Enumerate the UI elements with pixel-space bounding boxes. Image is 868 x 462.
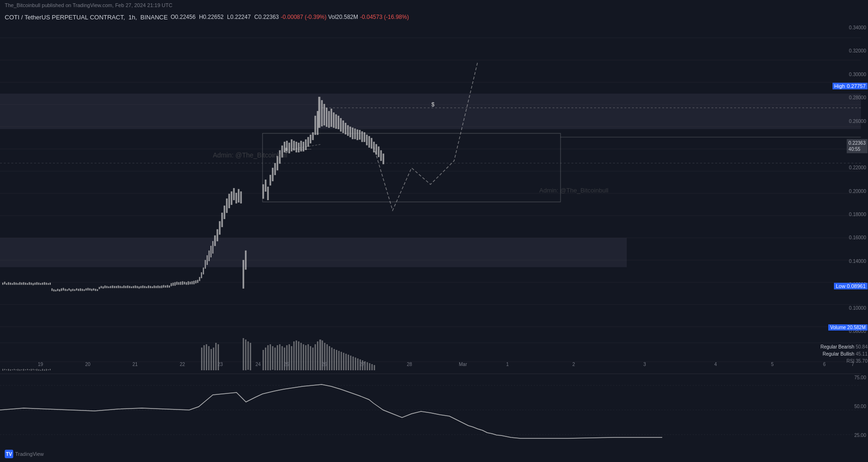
low-val: L0.22247	[226, 14, 251, 20]
time-label-mar: Mar	[459, 362, 467, 367]
rsi-bull-label: Regular Bullish	[823, 351, 854, 357]
svg-rect-60	[70, 289, 71, 291]
svg-rect-67	[84, 289, 85, 291]
price-tick: 0.10000	[832, 306, 866, 311]
svg-rect-153	[270, 175, 271, 185]
svg-rect-233	[50, 369, 51, 370]
svg-rect-170	[310, 135, 311, 143]
svg-rect-138	[219, 221, 220, 235]
svg-rect-86	[120, 286, 121, 288]
svg-rect-178	[328, 111, 330, 128]
svg-rect-92	[131, 287, 132, 288]
svg-rect-150	[263, 184, 264, 199]
time-label-1: 1	[506, 362, 509, 367]
svg-rect-38	[29, 282, 30, 285]
symbol-label: COTI / TetherUS PERPETUAL CONTRACT, 1h, …	[5, 14, 168, 21]
svg-rect-114	[173, 283, 174, 286]
price-tick: 0.26000	[832, 119, 866, 124]
chart-container: The_Bitcoinbull published on TradingView…	[0, 0, 868, 462]
svg-rect-61	[72, 289, 73, 291]
svg-rect-113	[171, 283, 172, 286]
rsi-tick-25: 25.00	[832, 433, 866, 438]
svg-rect-35	[23, 282, 24, 285]
rsi-bull-row: Regular Bullish 45.11	[820, 350, 868, 357]
rsi-chart	[0, 376, 861, 445]
svg-rect-42	[36, 282, 37, 285]
svg-rect-174	[318, 97, 320, 128]
svg-rect-176	[324, 104, 325, 125]
svg-text:-----------: -----------	[292, 146, 312, 151]
svg-rect-201	[383, 154, 384, 164]
svg-rect-124	[192, 281, 193, 284]
rsi-tick-75: 75.00	[832, 375, 866, 380]
svg-rect-16	[0, 238, 627, 267]
rsi-bear-label: Regular Bearish	[820, 344, 854, 349]
svg-rect-161	[289, 143, 290, 153]
svg-rect-123	[190, 282, 191, 284]
rsi-labels-panel: Regular Bearish 50.84 Regular Bullish 45…	[820, 343, 868, 365]
svg-rect-200	[380, 150, 382, 161]
high-value: 0.27757	[847, 83, 866, 89]
time-label-24: 24	[255, 362, 261, 367]
vol-change-val: -0.04573 (-16.98%)	[360, 14, 409, 20]
svg-rect-108	[161, 286, 162, 288]
svg-rect-84	[116, 286, 117, 288]
svg-rect-177	[326, 108, 327, 127]
tv-logo-icon: TV	[5, 450, 13, 458]
svg-rect-54	[59, 289, 60, 291]
svg-rect-51	[53, 289, 54, 291]
svg-rect-210	[6, 369, 7, 370]
svg-rect-115	[175, 282, 175, 286]
svg-rect-196	[371, 138, 372, 148]
svg-rect-118	[180, 282, 181, 285]
volume-val: Vol20.582M	[326, 14, 358, 20]
svg-rect-102	[150, 286, 151, 288]
svg-rect-79	[106, 286, 107, 288]
svg-rect-41	[35, 283, 35, 285]
svg-rect-189	[354, 129, 356, 139]
svg-rect-179	[331, 109, 332, 127]
svg-rect-88	[123, 286, 124, 288]
svg-rect-116	[176, 282, 177, 285]
price-tick: 0.18000	[832, 212, 866, 217]
svg-rect-110	[165, 286, 166, 288]
open-val: O0.22456	[171, 14, 196, 20]
rsi-val: 35.70	[856, 358, 868, 364]
svg-rect-128	[199, 277, 200, 281]
svg-rect-95	[137, 286, 138, 288]
svg-rect-194	[366, 135, 368, 145]
tradingview-logo: TV TradingView	[5, 450, 44, 458]
svg-rect-90	[127, 286, 128, 288]
close-val: C0.22363	[253, 14, 279, 20]
svg-rect-40	[33, 283, 34, 285]
high-label: High 0.27757	[833, 83, 868, 89]
svg-rect-224	[33, 369, 34, 370]
low-value: 0.08961	[847, 283, 866, 289]
high-text: High	[834, 83, 845, 89]
price-tick: 0.30000	[832, 72, 866, 77]
time-label-5: 5	[771, 362, 774, 367]
svg-rect-30	[14, 282, 15, 285]
svg-rect-15	[0, 94, 861, 129]
rsi-bear-val: 50.84	[856, 344, 868, 349]
svg-rect-214	[14, 369, 15, 370]
rsi-axis: 75.00 50.00 25.00	[830, 374, 868, 440]
svg-rect-129	[201, 272, 202, 278]
svg-rect-230	[44, 369, 45, 371]
svg-rect-217	[19, 369, 20, 371]
svg-rect-190	[357, 130, 358, 140]
svg-rect-122	[188, 281, 189, 285]
price-tick: 0.32000	[832, 49, 866, 53]
svg-rect-111	[167, 285, 168, 288]
svg-rect-26	[6, 283, 7, 285]
svg-rect-43	[38, 283, 39, 285]
svg-rect-91	[129, 286, 130, 288]
price-tick: 0.28000	[832, 96, 866, 100]
svg-rect-75	[99, 287, 100, 289]
svg-rect-142	[228, 194, 230, 208]
svg-rect-137	[217, 229, 218, 241]
time-label-28: 28	[407, 362, 412, 367]
svg-rect-183	[340, 118, 342, 131]
svg-rect-87	[122, 287, 123, 288]
svg-rect-195	[368, 136, 370, 148]
